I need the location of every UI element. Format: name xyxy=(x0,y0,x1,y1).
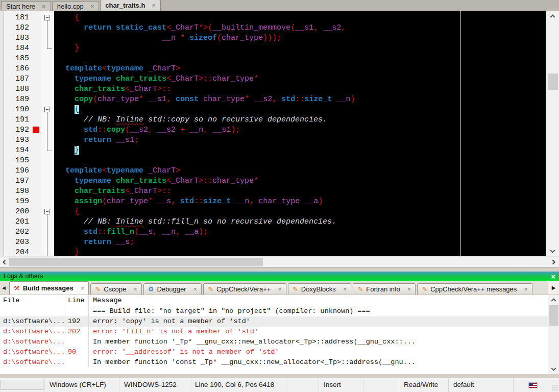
logs-caption-bar[interactable]: Logs & others × xyxy=(0,272,559,281)
tab-close-icon[interactable]: × xyxy=(90,3,94,10)
cell-line xyxy=(65,337,89,347)
marker-margin[interactable] xyxy=(32,11,41,256)
resize-grip[interactable] xyxy=(552,385,557,390)
editor-vertical-scrollbar[interactable] xyxy=(546,11,559,256)
marker-cell xyxy=(32,197,41,207)
vertical-scroll-thumb[interactable] xyxy=(548,74,558,90)
fold-cell[interactable] xyxy=(41,13,54,23)
fold-collapse-icon[interactable] xyxy=(44,209,50,214)
code-line: return __s1; xyxy=(56,135,546,145)
log-tab-doxyblocks[interactable]: ✎DoxyBlocks× xyxy=(288,283,351,295)
tabs-scroll-left-icon[interactable]: ◀ xyxy=(2,285,6,290)
tab-close-icon[interactable]: × xyxy=(81,284,85,292)
code-text-area[interactable]: { return static_cast<_CharT*>(__builtin_… xyxy=(54,11,546,256)
code-token: , xyxy=(176,228,185,236)
log-table-row[interactable]: d:\software\...In member function 'const… xyxy=(0,357,548,368)
cell-file: d:\software\... xyxy=(0,316,65,327)
fold-margin[interactable] xyxy=(41,11,54,256)
tab-close-icon[interactable]: × xyxy=(524,285,528,293)
marker-cell xyxy=(32,74,41,84)
logs-scroll-down-button[interactable] xyxy=(548,365,559,374)
horizontal-scroll-thumb[interactable] xyxy=(9,258,263,266)
scroll-right-button[interactable] xyxy=(549,257,558,267)
tab-close-icon[interactable]: × xyxy=(193,285,198,293)
code-token: char_traits xyxy=(116,75,166,83)
log-table-row[interactable]: d:\software\...90error: '__addressof' is… xyxy=(0,347,548,357)
code-token: _CharT xyxy=(130,187,157,195)
tab-close-icon[interactable]: × xyxy=(278,285,282,293)
code-token: * xyxy=(139,95,148,104)
logs-scroll-thumb[interactable] xyxy=(549,305,558,326)
panel-splitter[interactable] xyxy=(0,267,559,272)
chevron-left-icon xyxy=(3,259,8,264)
logs-close-icon[interactable]: × xyxy=(551,273,555,280)
scroll-down-button[interactable] xyxy=(546,248,559,256)
fold-cell xyxy=(41,54,54,64)
fold-cell xyxy=(41,217,54,227)
log-tab-cscope[interactable]: ✎Cscope× xyxy=(90,283,142,295)
code-token: return static_cast xyxy=(56,23,166,32)
fold-cell[interactable] xyxy=(41,105,54,115)
log-tab-build-messages[interactable]: ⚒Build messages× xyxy=(9,281,89,295)
code-token: ); xyxy=(231,126,240,134)
code-token: template xyxy=(56,64,102,73)
code-token: Inline xyxy=(116,217,143,226)
log-tab-fortran-info[interactable]: ✎Fortran info× xyxy=(353,283,416,295)
code-token: >:: xyxy=(157,187,171,195)
fold-line xyxy=(47,125,47,135)
code-token: * xyxy=(176,34,189,42)
cell-message: In member function 'const _Tp* __gnu_cxx… xyxy=(89,357,548,368)
code-token: char_type xyxy=(98,95,139,104)
column-header-message[interactable]: Message xyxy=(89,295,548,306)
code-token: * xyxy=(254,177,258,185)
code-token: // NB: xyxy=(56,217,116,226)
chevron-up-icon xyxy=(550,14,555,19)
line-number-gutter: 1811821831841851861871881891901911921931… xyxy=(4,11,32,256)
tab-label: Cscope xyxy=(104,285,126,293)
code-token: char_traits xyxy=(56,85,125,93)
tab-close-icon[interactable]: × xyxy=(42,3,46,10)
code-token: __builtin_memmove xyxy=(212,23,290,32)
log-table-row[interactable]: d:\software\...In member function '_Tp* … xyxy=(0,337,548,347)
fold-collapse-icon[interactable] xyxy=(44,107,50,112)
log-tab-cppcheck-vera-[interactable]: ✎CppCheck/Vera++× xyxy=(203,283,286,295)
code-editor[interactable]: 1811821831841851861871881891901911921931… xyxy=(0,11,559,256)
scroll-left-button[interactable] xyxy=(0,257,9,267)
cell-line: 90 xyxy=(65,347,89,357)
code-line: { xyxy=(56,207,546,217)
code-token: >:: xyxy=(199,75,212,83)
code-token: std xyxy=(180,197,194,206)
fold-collapse-icon[interactable] xyxy=(44,15,50,20)
code-line: return __s; xyxy=(56,237,546,248)
code-token: __n xyxy=(332,95,350,104)
editor-tab-hello-cpp[interactable]: hello.cpp× xyxy=(52,1,100,11)
tab-close-icon[interactable]: × xyxy=(133,285,137,293)
editor-tab-start-here[interactable]: Start here× xyxy=(1,1,51,11)
tab-close-icon[interactable]: × xyxy=(152,2,156,9)
code-line: std::fill_n(__s, __n, __a); xyxy=(56,227,546,237)
log-table-row[interactable]: === Build file: "no target" in "no proje… xyxy=(0,306,548,316)
cell-file: d:\software\... xyxy=(0,327,65,337)
code-line: { xyxy=(56,105,546,115)
code-token: < xyxy=(166,75,171,83)
code-token: , xyxy=(166,95,176,104)
code-token: < xyxy=(166,23,171,32)
column-header-file[interactable]: File xyxy=(0,295,65,306)
status-bar: Windows (CR+LF)WINDOWS-1252Line 190, Col… xyxy=(0,378,559,392)
log-tab-cppcheck-vera-messages[interactable]: ✎CppCheck/Vera++ messages× xyxy=(417,283,532,295)
log-table-row[interactable]: d:\software\...192error: 'copy' is not a… xyxy=(0,316,548,327)
log-tab-debugger[interactable]: ⚙Debugger× xyxy=(143,283,202,295)
scroll-up-button[interactable] xyxy=(546,11,559,20)
code-token: template xyxy=(56,166,102,175)
tab-close-icon[interactable]: × xyxy=(407,285,411,293)
log-table-row[interactable]: d:\software\...202error: 'fill_n' is not… xyxy=(0,327,548,337)
fold-cell[interactable] xyxy=(41,207,54,217)
logs-vertical-scrollbar[interactable] xyxy=(548,295,559,374)
column-header-line[interactable]: Line xyxy=(65,295,89,306)
logs-scroll-up-button[interactable] xyxy=(548,295,559,304)
tab-close-icon[interactable]: × xyxy=(343,285,347,293)
editor-horizontal-scrollbar[interactable] xyxy=(0,256,559,267)
fold-cell xyxy=(41,197,54,207)
editor-tab-char-traits-h[interactable]: char_traits.h× xyxy=(100,0,161,11)
tabs-scroll-right-button[interactable]: ▶ xyxy=(548,281,559,295)
